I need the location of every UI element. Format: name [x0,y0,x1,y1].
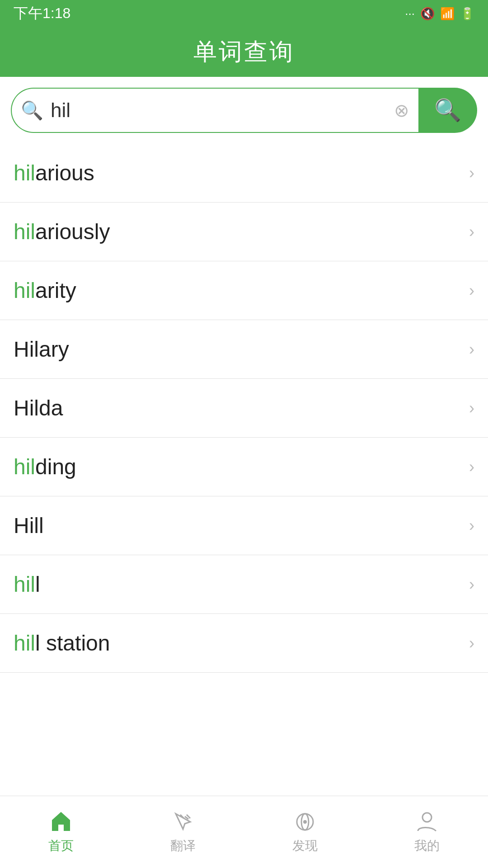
list-item[interactable]: hill › [0,555,488,614]
bottom-nav: 首页 翻译 发现 我的 [0,796,488,868]
chevron-icon: › [469,399,474,418]
result-word: hilariously [14,219,110,244]
word-suffix: ding [35,455,76,479]
translate-icon [171,810,195,834]
search-input-wrapper: 🔍 ⊗ [11,88,418,133]
word-suffix: l station [35,631,110,655]
chevron-icon: › [469,516,474,535]
list-item[interactable]: hilarity › [0,261,488,320]
nav-item-mine[interactable]: 我的 [366,796,488,868]
result-word: hill station [14,631,110,656]
svg-point-2 [303,820,307,824]
list-item[interactable]: hill station › [0,614,488,673]
result-word: Hilda [14,396,63,420]
chevron-icon: › [469,458,474,476]
word-suffix: arity [35,278,76,302]
status-bar: 下午1:18 ··· 🔇 📶 🔋 [0,0,488,27]
result-word: hilarious [14,160,94,185]
result-word: Hilary [14,337,69,362]
word-highlight: hil [14,455,35,479]
nav-label-translate: 翻译 [170,837,196,854]
chevron-icon: › [469,222,474,241]
search-container: 🔍 ⊗ 🔍 [0,77,488,144]
search-icon-left: 🔍 [21,100,43,121]
chevron-icon: › [469,164,474,183]
list-item[interactable]: hilariously › [0,203,488,261]
search-button[interactable]: 🔍 [418,88,477,133]
word-highlight: hil [14,220,35,244]
chevron-icon: › [469,340,474,359]
result-word: hill [14,572,40,597]
word-text: Hill [14,514,44,538]
result-word: hilarity [14,278,76,303]
word-text: Hilary [14,337,69,361]
mine-icon [415,810,439,834]
status-time: 下午1:18 [14,4,70,24]
word-highlight: hil [14,572,35,596]
list-item[interactable]: Hill › [0,496,488,555]
results-list: hilarious › hilariously › hilarity › Hil… [0,144,488,673]
word-suffix: ariously [35,220,110,244]
status-icons: ··· 🔇 📶 🔋 [405,7,474,21]
result-word: hilding [14,454,76,479]
list-item[interactable]: hilarious › [0,144,488,203]
battery-icon: 🔋 [460,7,474,21]
word-highlight: hil [14,161,35,185]
list-item[interactable]: hilding › [0,438,488,496]
signal-icon: ··· [405,7,415,21]
nav-item-home[interactable]: 首页 [0,796,122,868]
nav-label-discover: 发现 [292,837,318,854]
word-highlight: hil [14,631,35,655]
mute-icon: 🔇 [420,7,435,21]
list-item[interactable]: Hilary › [0,320,488,379]
clear-icon: ⊗ [394,100,409,120]
chevron-icon: › [469,575,474,594]
word-text: Hilda [14,396,63,420]
word-suffix: arious [35,161,94,185]
page-title: 单词查询 [193,36,295,68]
app-header: 单词查询 [0,27,488,77]
nav-item-discover[interactable]: 发现 [244,796,366,868]
word-highlight: hil [14,278,35,302]
discover-icon [293,810,317,834]
search-input[interactable] [51,99,394,122]
chevron-icon: › [469,281,474,300]
wifi-icon: 📶 [440,7,455,21]
nav-item-translate[interactable]: 翻译 [122,796,244,868]
result-word: Hill [14,513,44,538]
home-icon [49,810,73,834]
word-suffix: l [35,572,40,596]
nav-label-home: 首页 [48,837,74,854]
clear-button[interactable]: ⊗ [394,100,409,121]
svg-point-3 [422,813,432,822]
chevron-icon: › [469,634,474,653]
search-button-icon: 🔍 [434,98,461,123]
nav-label-mine: 我的 [414,837,440,854]
list-item[interactable]: Hilda › [0,379,488,438]
